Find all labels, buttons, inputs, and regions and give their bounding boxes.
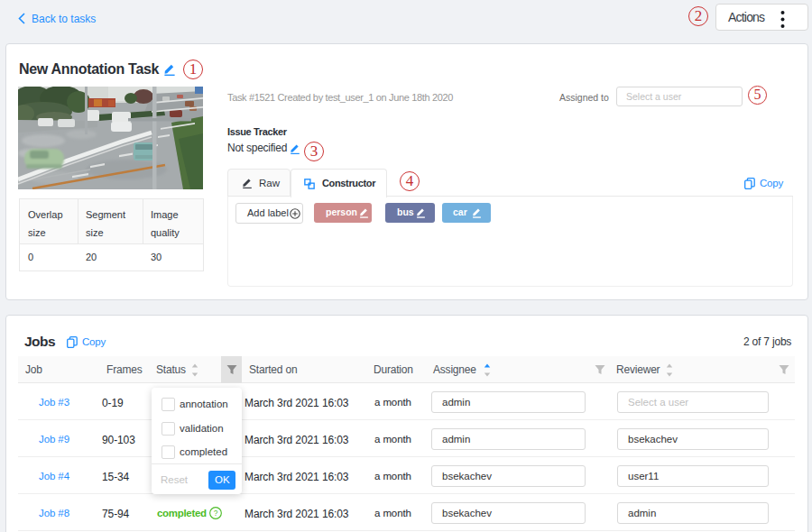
svg-text:?: ? <box>214 509 218 518</box>
